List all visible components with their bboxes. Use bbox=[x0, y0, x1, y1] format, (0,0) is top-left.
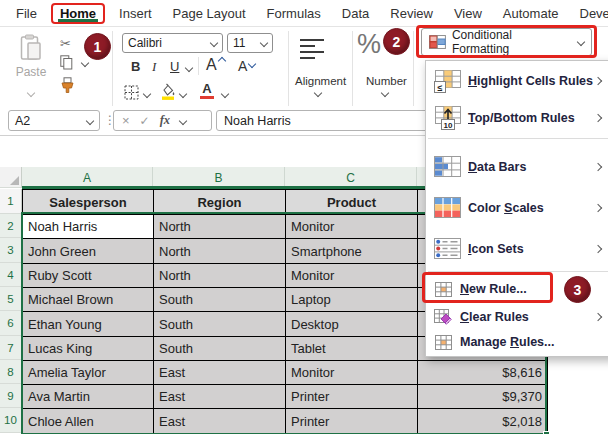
underline-button[interactable]: U bbox=[170, 59, 179, 74]
table-cell[interactable]: John Green bbox=[23, 239, 154, 264]
table-cell[interactable]: Ruby Scott bbox=[23, 264, 154, 288]
formula-input[interactable]: Noah Harris bbox=[216, 110, 430, 131]
active-cell-a2[interactable]: Noah Harris bbox=[23, 215, 154, 239]
conditional-formatting-button[interactable]: Conditional Formatting bbox=[421, 28, 592, 56]
table-cell[interactable]: Chloe Allen bbox=[23, 409, 154, 434]
new-rule-icon bbox=[435, 282, 452, 297]
table-cell[interactable]: Amelia Taylor bbox=[23, 361, 154, 385]
copy-chevron-icon[interactable] bbox=[81, 59, 89, 67]
table-cell[interactable]: Desktop bbox=[286, 312, 418, 337]
paste-chevron-icon bbox=[27, 89, 35, 97]
row-header-2[interactable]: 2 bbox=[0, 214, 22, 238]
table-cell[interactable]: North bbox=[154, 215, 286, 239]
column-header-b[interactable]: B bbox=[153, 167, 285, 188]
row-header-3[interactable]: 3 bbox=[0, 238, 22, 263]
font-size-value: 11 bbox=[233, 36, 245, 50]
menu-item-manage-rules[interactable]: Manage Rules... bbox=[426, 329, 608, 355]
number-group-label[interactable]: Number bbox=[366, 75, 407, 87]
row-header-7[interactable]: 7 bbox=[0, 336, 22, 360]
table-cell[interactable]: $8,616 bbox=[418, 361, 548, 385]
font-color-button[interactable]: A bbox=[200, 83, 214, 99]
row-header-6[interactable]: 6 bbox=[0, 311, 22, 336]
increase-font-button[interactable]: A bbox=[206, 56, 225, 74]
fx-chevron-icon[interactable] bbox=[179, 116, 187, 124]
table-cell[interactable]: North bbox=[154, 239, 286, 264]
tab-automate[interactable]: Automate bbox=[503, 6, 559, 21]
row-header-4[interactable]: 4 bbox=[0, 263, 22, 287]
borders-button[interactable] bbox=[124, 85, 139, 104]
row-header-5[interactable]: 5 bbox=[0, 287, 22, 311]
tab-view[interactable]: View bbox=[454, 6, 482, 21]
table-cell[interactable]: East bbox=[154, 385, 286, 409]
table-cell[interactable]: Tablet bbox=[286, 337, 418, 361]
table-cell[interactable]: Printer bbox=[286, 385, 418, 409]
tab-home[interactable]: Home bbox=[51, 3, 105, 24]
font-name-value: Calibri bbox=[128, 36, 162, 50]
table-cell[interactable]: Laptop bbox=[286, 288, 418, 312]
table-cell[interactable]: South bbox=[154, 337, 286, 361]
decrease-font-button[interactable]: A bbox=[238, 58, 255, 74]
menu-item-color-scales[interactable]: Color Scales bbox=[426, 187, 608, 228]
menu-item-icon-sets[interactable]: Icon Sets bbox=[426, 228, 608, 269]
menu-item-data-bars[interactable]: Data Bars bbox=[426, 146, 608, 187]
table-cell[interactable]: Ethan Young bbox=[23, 312, 154, 337]
row-header-1[interactable]: 1 bbox=[0, 189, 22, 214]
header-cell[interactable]: Product bbox=[286, 190, 418, 215]
enter-button[interactable]: ✓ bbox=[140, 114, 150, 128]
italic-button[interactable]: I bbox=[152, 59, 156, 75]
menu-item-highlight-cells-rules[interactable]: ≤ Highlight Cells Rules bbox=[426, 63, 608, 99]
table-cell[interactable]: Monitor bbox=[286, 215, 418, 239]
step-badge-3: 3 bbox=[564, 276, 591, 303]
tab-file[interactable]: File bbox=[16, 6, 37, 21]
insert-function-button[interactable]: fx bbox=[160, 113, 170, 128]
alignment-chevron-icon[interactable] bbox=[314, 89, 322, 97]
row-header-8[interactable]: 8 bbox=[0, 360, 22, 384]
borders-chevron-icon[interactable] bbox=[143, 90, 151, 98]
tab-developer[interactable]: Deve bbox=[580, 6, 608, 21]
table-cell[interactable]: Printer bbox=[286, 409, 418, 434]
table-cell[interactable]: Lucas King bbox=[23, 337, 154, 361]
font-size-combo[interactable]: 11 bbox=[227, 33, 273, 53]
tab-review[interactable]: Review bbox=[390, 6, 433, 21]
tab-page-layout[interactable]: Page Layout bbox=[173, 6, 246, 21]
table-cell[interactable]: Monitor bbox=[286, 361, 418, 385]
cut-button[interactable]: ✂ bbox=[60, 36, 71, 51]
font-name-combo[interactable]: Calibri bbox=[122, 33, 223, 53]
header-cell[interactable]: Salesperson bbox=[23, 190, 154, 215]
header-cell[interactable]: Region bbox=[154, 190, 286, 215]
table-cell[interactable]: North bbox=[154, 264, 286, 288]
row-header-9[interactable]: 9 bbox=[0, 384, 22, 408]
select-all-corner[interactable] bbox=[0, 167, 22, 188]
table-cell[interactable]: South bbox=[154, 288, 286, 312]
underline-chevron-icon[interactable] bbox=[185, 64, 193, 72]
table-cell[interactable]: Smartphone bbox=[286, 239, 418, 264]
copy-button[interactable] bbox=[60, 55, 73, 74]
cancel-button[interactable]: × bbox=[122, 113, 130, 128]
format-painter-button[interactable] bbox=[60, 77, 75, 98]
table-cell[interactable]: $9,370 bbox=[418, 385, 548, 409]
table-cell[interactable]: East bbox=[154, 409, 286, 434]
tab-data[interactable]: Data bbox=[342, 6, 369, 21]
table-cell[interactable]: East bbox=[154, 361, 286, 385]
number-chevron-icon[interactable] bbox=[381, 89, 389, 97]
table-cell[interactable]: Michael Brown bbox=[23, 288, 154, 312]
row-header-10[interactable]: 10 bbox=[0, 408, 22, 433]
table-cell[interactable]: $2,018 bbox=[418, 409, 548, 434]
font-color-chevron-icon[interactable] bbox=[221, 90, 229, 98]
fill-color-chevron-icon[interactable] bbox=[179, 90, 187, 98]
column-header-a[interactable]: A bbox=[22, 167, 153, 188]
menu-item-top-bottom-rules[interactable]: 10 Top/Bottom Rules bbox=[426, 99, 608, 137]
name-box[interactable]: A2 bbox=[8, 110, 100, 131]
bold-button[interactable]: B bbox=[131, 59, 140, 74]
paste-button[interactable]: Paste bbox=[14, 34, 48, 100]
tab-formulas[interactable]: Formulas bbox=[267, 6, 321, 21]
icon-sets-icon bbox=[434, 238, 461, 259]
table-cell[interactable]: South bbox=[154, 312, 286, 337]
menu-item-clear-rules[interactable]: Clear Rules bbox=[426, 304, 608, 329]
table-cell[interactable]: Ava Martin bbox=[23, 385, 154, 409]
fill-color-button[interactable] bbox=[160, 83, 176, 105]
table-cell[interactable]: Monitor bbox=[286, 264, 418, 288]
tab-insert[interactable]: Insert bbox=[119, 6, 152, 21]
column-header-c[interactable]: C bbox=[285, 167, 417, 188]
alignment-group-label[interactable]: Alignment bbox=[295, 75, 346, 87]
